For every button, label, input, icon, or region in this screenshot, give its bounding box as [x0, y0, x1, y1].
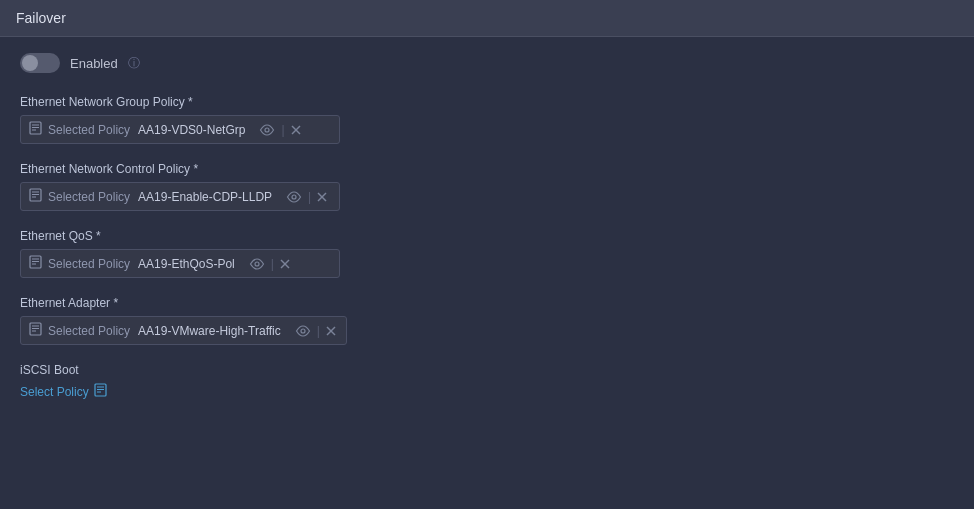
policy-selected-label-2: Selected Policy: [48, 257, 130, 271]
enabled-toggle[interactable]: [20, 53, 60, 73]
policy-section-ethernet-network-control: Ethernet Network Control Policy * Select…: [20, 162, 954, 211]
iscsi-boot-section: iSCSI Boot Select Policy: [20, 363, 954, 400]
policy-divider-3: |: [317, 324, 320, 338]
svg-point-11: [292, 195, 296, 199]
policy-section-title-3: Ethernet Adapter *: [20, 296, 954, 310]
enabled-info-icon[interactable]: ⓘ: [128, 55, 140, 72]
policy-value-2: AA19-EthQoS-Pol: [138, 257, 235, 271]
toggle-track: [20, 53, 60, 73]
svg-point-18: [255, 262, 259, 266]
policy-view-btn-1[interactable]: [284, 191, 304, 203]
policy-remove-btn-1[interactable]: [315, 192, 329, 202]
select-policy-link[interactable]: Select Policy: [20, 383, 107, 400]
toggle-row: Enabled ⓘ: [20, 53, 954, 73]
policy-actions-3: |: [293, 324, 338, 338]
policy-section-ethernet-network-group: Ethernet Network Group Policy * Selected…: [20, 95, 954, 144]
policy-actions-2: |: [247, 257, 292, 271]
policy-doc-icon-1: [29, 188, 42, 205]
policy-value-3: AA19-VMware-High-Traffic: [138, 324, 281, 338]
policy-doc-icon-2: [29, 255, 42, 272]
policy-section-title-2: Ethernet QoS *: [20, 229, 954, 243]
policy-selected-label-3: Selected Policy: [48, 324, 130, 338]
policy-row-0: Selected Policy AA19-VDS0-NetGrp |: [20, 115, 340, 144]
policy-remove-btn-3[interactable]: [324, 326, 338, 336]
policy-selected-label-1: Selected Policy: [48, 190, 130, 204]
enabled-label: Enabled: [70, 56, 118, 71]
policy-divider-0: |: [281, 123, 284, 137]
policy-actions-1: |: [284, 190, 329, 204]
policy-remove-btn-2[interactable]: [278, 259, 292, 269]
policy-value-1: AA19-Enable-CDP-LLDP: [138, 190, 272, 204]
panel-header: Failover: [0, 0, 974, 37]
policy-doc-icon-3: [29, 322, 42, 339]
policy-view-btn-3[interactable]: [293, 325, 313, 337]
iscsi-boot-title: iSCSI Boot: [20, 363, 954, 377]
policy-selected-label-0: Selected Policy: [48, 123, 130, 137]
select-policy-doc-icon: [94, 383, 107, 400]
panel-title: Failover: [16, 10, 66, 26]
failover-panel: Failover Enabled ⓘ Ethernet Network Grou…: [0, 0, 974, 416]
select-policy-label: Select Policy: [20, 385, 89, 399]
policy-doc-icon-0: [29, 121, 42, 138]
policy-row-1: Selected Policy AA19-Enable-CDP-LLDP |: [20, 182, 340, 211]
policy-remove-btn-0[interactable]: [289, 125, 303, 135]
policy-section-ethernet-qos: Ethernet QoS * Selected Policy AA19-EthQ…: [20, 229, 954, 278]
policy-divider-2: |: [271, 257, 274, 271]
policy-section-title-1: Ethernet Network Control Policy *: [20, 162, 954, 176]
panel-body: Enabled ⓘ Ethernet Network Group Policy …: [0, 37, 974, 416]
policy-value-0: AA19-VDS0-NetGrp: [138, 123, 245, 137]
policy-row-3: Selected Policy AA19-VMware-High-Traffic…: [20, 316, 347, 345]
policy-actions-0: |: [257, 123, 302, 137]
policy-view-btn-2[interactable]: [247, 258, 267, 270]
toggle-thumb: [22, 55, 38, 71]
policy-view-btn-0[interactable]: [257, 124, 277, 136]
policy-row-2: Selected Policy AA19-EthQoS-Pol |: [20, 249, 340, 278]
policy-section-ethernet-adapter: Ethernet Adapter * Selected Policy AA19-…: [20, 296, 954, 345]
policy-divider-1: |: [308, 190, 311, 204]
svg-point-25: [301, 329, 305, 333]
svg-point-4: [265, 128, 269, 132]
policy-section-title-0: Ethernet Network Group Policy *: [20, 95, 954, 109]
